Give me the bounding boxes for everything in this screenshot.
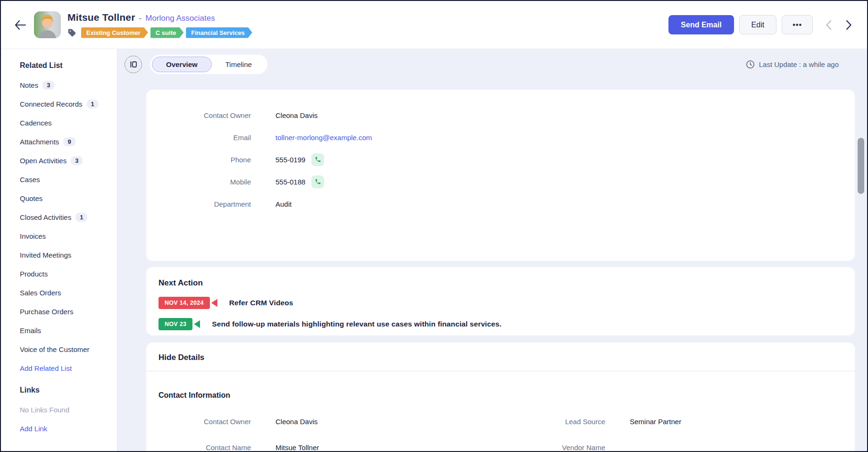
phone-icon	[315, 178, 321, 185]
tag-c-suite[interactable]: C suite	[150, 27, 184, 38]
contact-name: Mitsue Tollner	[67, 12, 135, 23]
phone-number: 555-0199	[275, 156, 305, 164]
tag-icon	[67, 28, 76, 37]
next-action-title: Next Action	[159, 278, 843, 288]
name-separator: -	[139, 14, 142, 23]
sidebar-item-notes[interactable]: Notes3	[20, 79, 117, 91]
tag-financial-services[interactable]: Financial Services	[186, 27, 252, 38]
field-label: Vendor Name	[501, 444, 605, 452]
next-action-text: Refer CRM Videos	[229, 299, 293, 307]
field-phone: Phone 555-0199	[146, 153, 855, 166]
sidebar-item-cadences[interactable]: Cadences	[20, 117, 117, 128]
closed-activities-count-badge: 1	[75, 213, 87, 222]
email-link[interactable]: tollner-morlong@example.com	[275, 134, 372, 142]
last-update-text: Last Update : a while ago	[759, 60, 839, 68]
sidebar-item-voice-of-the-customer[interactable]: Voice of the Customer	[20, 343, 117, 355]
field-label: Mobile	[146, 178, 251, 186]
sidebar-item-invited-meetings[interactable]: Invited Meetings	[20, 249, 117, 260]
back-arrow-icon	[14, 20, 26, 30]
call-phone-button[interactable]	[311, 153, 324, 166]
sidebar-item-invoices[interactable]: Invoices	[20, 230, 117, 242]
next-action-item: NOV 23 Send follow-up materials highligh…	[159, 318, 843, 330]
field-mobile: Mobile 555-0188	[146, 175, 855, 188]
sidebar-item-products[interactable]: Products	[20, 268, 117, 279]
sidebar-item-sales-orders[interactable]: Sales Orders	[20, 287, 117, 298]
avatar-photo	[34, 11, 61, 38]
add-related-list-link[interactable]: Add Related List	[20, 362, 117, 374]
last-update: Last Update : a while ago	[746, 60, 855, 69]
field-label: Contact Owner	[146, 418, 251, 426]
date-ribbon: NOV 23	[159, 318, 192, 330]
tab-timeline[interactable]: Timeline	[212, 57, 266, 72]
hide-details-toggle[interactable]: Hide Details	[146, 353, 855, 362]
field-department: Department Audit	[146, 197, 855, 210]
field-label: Contact Owner	[146, 111, 251, 119]
date-ribbon: NOV 14, 2024	[159, 297, 210, 309]
field-contact-owner: Contact Owner Cleona Davis	[146, 109, 855, 122]
field-label: Contact Name	[146, 444, 251, 452]
ribbon-tail-icon	[211, 299, 217, 307]
field-value: Cleona Davis	[275, 418, 317, 426]
field-contact-owner: Contact Owner Cleona Davis	[146, 415, 501, 428]
more-actions-button[interactable]: •••	[782, 15, 813, 34]
field-value: Cleona Davis	[275, 111, 317, 119]
attachments-count-badge: 9	[63, 137, 75, 146]
main-area: Related List Notes3 Connected Records1 C…	[1, 49, 867, 451]
clock-icon	[746, 60, 755, 69]
sidebar-item-quotes[interactable]: Quotes	[20, 193, 117, 204]
field-label: Email	[146, 134, 251, 142]
links-title: Links	[20, 386, 117, 394]
send-email-button[interactable]: Send Email	[668, 15, 734, 34]
related-list-title: Related List	[20, 61, 117, 70]
field-value: Seminar Partner	[630, 418, 681, 426]
field-value: Mitsue Tollner	[275, 444, 319, 452]
no-links-found-text: No Links Found	[20, 404, 117, 415]
sidebar-item-cases[interactable]: Cases	[20, 174, 117, 185]
next-record-button[interactable]	[844, 18, 854, 32]
tag-row: Existing Customer C suite Financial Serv…	[67, 27, 252, 38]
view-tabs: Overview Timeline	[150, 55, 267, 74]
field-lead-source: Lead Source Seminar Partner	[501, 415, 855, 428]
record-header: Mitsue Tollner - Morlong Associates Exis…	[1, 1, 867, 49]
record-content: Overview Timeline Last Update : a while …	[117, 49, 867, 451]
vertical-scrollbar[interactable]	[858, 138, 864, 194]
field-contact-name: Contact Name Mitsue Tollner	[146, 441, 501, 451]
company-link[interactable]: Morlong Associates	[145, 14, 215, 23]
chevron-left-icon	[826, 20, 832, 30]
chevron-right-icon	[846, 20, 852, 30]
next-action-text: Send follow-up materials highlighting re…	[212, 320, 501, 328]
back-button[interactable]	[13, 18, 27, 32]
tabs-row: Overview Timeline Last Update : a while …	[125, 55, 855, 74]
previous-record-button[interactable]	[824, 18, 834, 32]
contact-information-title: Contact Information	[146, 391, 855, 400]
field-value: Audit	[275, 200, 292, 208]
sidebar-item-purchase-orders[interactable]: Purchase Orders	[20, 306, 117, 317]
sidebar-item-attachments[interactable]: Attachments9	[20, 136, 117, 147]
record-navigation	[824, 18, 854, 32]
add-link-link[interactable]: Add Link	[20, 423, 117, 434]
sidebar-item-closed-activities[interactable]: Closed Activities1	[20, 211, 117, 223]
contact-information-grid: Contact Owner Cleona Davis Contact Name …	[146, 415, 855, 451]
field-label: Department	[146, 200, 251, 208]
panel-toggle-icon	[129, 60, 138, 69]
next-action-item: NOV 14, 2024 Refer CRM Videos	[159, 297, 843, 309]
contact-heading: Mitsue Tollner - Morlong Associates Exis…	[67, 12, 252, 38]
details-card: Hide Details Contact Information Contact…	[146, 343, 855, 451]
call-mobile-button[interactable]	[311, 176, 324, 188]
connected-records-count-badge: 1	[87, 100, 99, 109]
sidebar-item-connected-records[interactable]: Connected Records1	[20, 98, 117, 109]
contact-avatar[interactable]	[34, 11, 61, 38]
related-list-sidebar: Related List Notes3 Connected Records1 C…	[1, 49, 117, 451]
phone-icon	[315, 156, 321, 163]
sidebar-item-open-activities[interactable]: Open Activities3	[20, 155, 117, 166]
ribbon-tail-icon	[194, 320, 200, 328]
field-email: Email tollner-morlong@example.com	[146, 131, 855, 144]
field-label: Phone	[146, 156, 251, 164]
field-vendor-name: Vendor Name	[501, 441, 855, 451]
next-action-card: Next Action NOV 14, 2024 Refer CRM Video…	[146, 267, 855, 335]
tab-overview[interactable]: Overview	[152, 57, 212, 72]
sidebar-item-emails[interactable]: Emails	[20, 325, 117, 336]
tag-existing-customer[interactable]: Existing Customer	[81, 27, 148, 38]
edit-button[interactable]: Edit	[739, 15, 777, 34]
collapse-panel-button[interactable]	[125, 56, 142, 73]
